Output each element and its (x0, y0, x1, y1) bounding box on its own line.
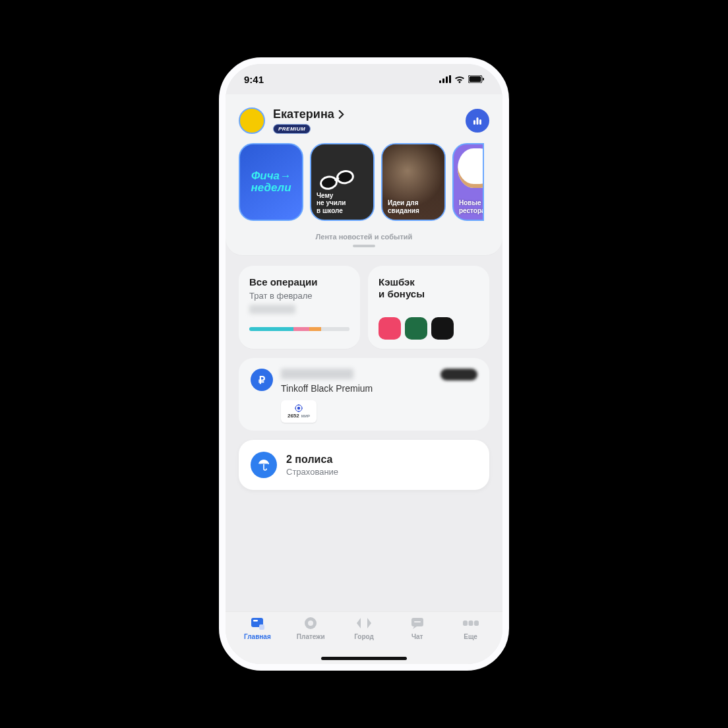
tab-label-payments: Платежи (297, 633, 325, 640)
stories-row[interactable]: Фича→недели Чему не учили в школе Идеи д… (226, 140, 502, 225)
svg-rect-20 (259, 624, 264, 630)
card-scheme: МИР (301, 414, 310, 418)
screen: 9:41 Екатерина PREMIUM Фича→не (226, 64, 502, 664)
profile-name: Екатерина (273, 107, 334, 121)
avatar[interactable] (239, 107, 265, 134)
premium-badge: PREMIUM (273, 124, 311, 134)
operations-card[interactable]: Все операции Трат в феврале (239, 266, 360, 349)
cellular-icon (439, 75, 451, 83)
tab-label-chat: Чат (411, 633, 423, 640)
more-icon (462, 616, 480, 630)
svg-point-10 (320, 175, 338, 190)
payments-icon (303, 616, 318, 630)
operations-subtitle: Трат в феврале (249, 291, 349, 301)
svg-rect-3 (449, 75, 451, 83)
battery-icon (468, 75, 484, 83)
operations-title: Все операции (249, 276, 349, 288)
card-digits: 2652 (288, 413, 299, 419)
phone-frame: 9:41 Екатерина PREMIUM Фича→не (219, 57, 509, 671)
cashback-title: Кэшбэк и бонусы (379, 276, 479, 300)
tab-label-main: Главная (244, 633, 271, 640)
umbrella-icon (251, 452, 277, 478)
cashback-dot-1 (379, 317, 401, 340)
cashback-dot-2 (405, 317, 427, 340)
svg-rect-9 (479, 119, 481, 125)
bar-seg-1 (249, 327, 293, 331)
svg-rect-27 (474, 621, 479, 626)
svg-point-22 (308, 621, 313, 626)
svg-rect-26 (468, 621, 473, 626)
bar-seg-4 (321, 327, 349, 331)
cashback-dot-3 (431, 317, 454, 340)
tab-label-city: Город (354, 633, 374, 640)
story-4-label: Новые рестораь (459, 199, 477, 214)
insurance-title: 2 полиса (286, 454, 338, 466)
svg-rect-24 (414, 621, 421, 622)
account-side-blurred (440, 369, 477, 380)
story-1-line1: Фича→ (251, 169, 291, 182)
tab-chat[interactable]: Чат (390, 616, 444, 652)
account-name: Tinkoff Black Premium (281, 383, 433, 394)
tab-more[interactable]: Еще (444, 616, 497, 652)
operations-amount-blurred (249, 305, 295, 314)
svg-rect-2 (446, 76, 448, 83)
account-balance-blurred (281, 369, 353, 379)
feed-caption: Лента новостей и событий (226, 233, 502, 241)
tab-bar: Главная Платежи Город Чат Еще (226, 611, 502, 664)
insurance-subtitle: Страхование (286, 467, 338, 477)
status-bar: 9:41 (226, 64, 502, 94)
bar-seg-3 (309, 327, 321, 331)
cashback-card[interactable]: Кэшбэк и бонусы (368, 266, 489, 349)
tab-main[interactable]: Главная (231, 616, 284, 652)
chat-icon (410, 616, 425, 630)
story-date-ideas[interactable]: Идеи для свидания (381, 143, 446, 221)
card-chip-icon (295, 404, 303, 412)
story-feature-of-week[interactable]: Фича→недели (239, 143, 303, 221)
top-section: Екатерина PREMIUM Фича→недели Чему не уч… (226, 94, 502, 255)
feed-handle[interactable] (353, 245, 375, 247)
stats-button[interactable] (466, 109, 489, 133)
svg-rect-1 (442, 78, 444, 83)
chevron-right-icon (338, 110, 344, 119)
svg-point-13 (297, 407, 300, 410)
story-2-label: Чему не учили в школе (317, 192, 368, 215)
svg-rect-5 (470, 76, 481, 82)
bar-seg-2 (293, 327, 309, 331)
story-school[interactable]: Чему не учили в школе (310, 143, 375, 221)
svg-rect-8 (477, 117, 479, 125)
story-1-line2: недели (251, 181, 291, 194)
cashback-categories (379, 317, 479, 340)
spend-bar (249, 327, 349, 331)
tab-city[interactable]: Город (338, 616, 391, 652)
home-indicator[interactable] (321, 657, 407, 660)
city-icon (355, 616, 373, 630)
home-icon (249, 616, 265, 630)
insurance-card[interactable]: 2 полиса Страхование (239, 440, 489, 490)
svg-rect-7 (473, 120, 475, 125)
wifi-icon (454, 75, 465, 83)
svg-rect-6 (483, 78, 484, 80)
story-restaurants[interactable]: Новые рестораь (452, 143, 484, 221)
status-time: 9:41 (244, 74, 264, 85)
glasses-icon (317, 168, 356, 192)
linked-card[interactable]: 2652 МИР (281, 400, 317, 423)
tab-label-more: Еще (464, 633, 477, 640)
account-card[interactable]: ₽ Tinkoff Black Premium 2652 МИР (239, 358, 489, 431)
svg-point-11 (336, 169, 354, 184)
svg-rect-0 (439, 80, 441, 83)
profile-header[interactable]: Екатерина PREMIUM (226, 94, 502, 140)
story-3-label: Идеи для свидания (388, 199, 439, 214)
tab-payments[interactable]: Платежи (284, 616, 338, 652)
svg-rect-19 (253, 620, 258, 622)
svg-rect-25 (463, 621, 468, 626)
bars-icon (472, 115, 483, 126)
rouble-icon: ₽ (251, 369, 273, 391)
